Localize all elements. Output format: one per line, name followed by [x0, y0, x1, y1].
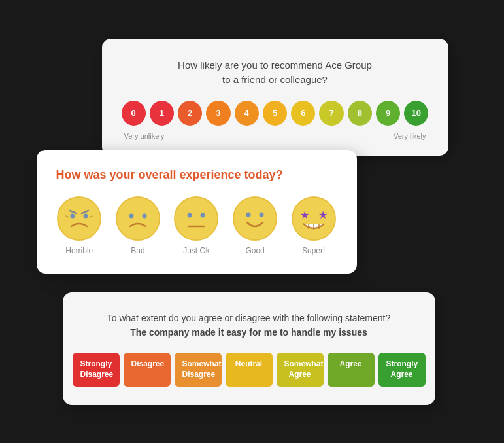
nps-title: How likely are you to recommend Ace Grou… [122, 58, 429, 88]
agree-button[interactable]: Agree [328, 353, 375, 386]
svg-point-15 [201, 213, 205, 217]
nps-bubble[interactable]: 2 [178, 101, 202, 126]
agree-buttons: StronglyDisagreeDisagreeSomewhatDisagree… [82, 353, 416, 386]
nps-bubble[interactable]: 8 [348, 101, 372, 126]
emoji-item[interactable]: Bad [114, 196, 161, 255]
nps-bubble[interactable]: 1 [150, 101, 174, 126]
emoji-label: Just Ok [183, 246, 210, 255]
nps-bubble[interactable]: 10 [404, 101, 428, 126]
svg-point-1 [58, 198, 100, 239]
emoji-label: Super! [302, 246, 325, 255]
nps-label-left: Very unlikely [124, 132, 165, 140]
emoji-card: How was your overall experience today? H… [37, 150, 357, 274]
nps-bubble[interactable]: 3 [206, 101, 230, 126]
emoji-row: Horrible Bad Just Ok Good ★ ★ Super! [56, 196, 337, 255]
nps-label-right: Very likely [394, 132, 426, 140]
agree-card: To what extent do you agree or disagree … [63, 292, 435, 405]
agree-button[interactable]: StronglyAgree [378, 353, 426, 386]
nps-bubble[interactable]: 4 [235, 101, 259, 126]
emoji-face [233, 196, 277, 241]
emoji-face: ★ ★ [292, 196, 336, 241]
nps-labels: Very unlikely Very likely [122, 132, 429, 140]
svg-point-9 [117, 198, 159, 239]
nps-bubbles: 012345678910 [122, 101, 429, 126]
emoji-face [57, 196, 101, 241]
agree-button[interactable]: SomewhatDisagree [175, 353, 222, 386]
agree-button[interactable]: SomewhatAgree [277, 353, 324, 386]
emoji-item[interactable]: Good [231, 196, 278, 255]
nps-bubble[interactable]: 0 [122, 101, 146, 126]
agree-button[interactable]: Neutral [226, 353, 273, 386]
svg-point-13 [175, 198, 217, 239]
emoji-label: Good [245, 246, 264, 255]
svg-point-18 [234, 198, 276, 239]
emoji-item[interactable]: ★ ★ Super! [290, 196, 337, 255]
svg-point-22 [293, 198, 335, 239]
emoji-label: Bad [131, 246, 144, 255]
emoji-title: How was your overall experience today? [56, 168, 337, 182]
agree-button[interactable]: Disagree [124, 353, 171, 386]
nps-bubble[interactable]: 6 [291, 101, 315, 126]
nps-bubble[interactable]: 7 [319, 101, 343, 126]
emoji-label: Horrible [65, 246, 93, 255]
emoji-face [174, 196, 218, 241]
svg-point-4 [71, 213, 75, 218]
svg-point-11 [142, 213, 146, 218]
nps-bubble[interactable]: 9 [376, 101, 400, 126]
svg-point-5 [84, 213, 88, 218]
svg-text:★: ★ [318, 209, 328, 221]
nps-card: How likely are you to recommend Ace Grou… [102, 39, 448, 156]
agree-title: To what extent do you agree or disagree … [82, 311, 416, 340]
emoji-item[interactable]: Just Ok [173, 196, 220, 255]
emoji-face [116, 196, 160, 241]
svg-point-20 [260, 212, 264, 217]
svg-point-19 [246, 212, 251, 217]
nps-bubble[interactable]: 5 [263, 101, 287, 126]
svg-point-10 [129, 213, 133, 218]
svg-point-14 [188, 213, 192, 217]
scene: How likely are you to recommend Ace Grou… [24, 19, 481, 425]
svg-text:★: ★ [300, 209, 309, 221]
agree-button[interactable]: StronglyDisagree [73, 353, 120, 386]
emoji-item[interactable]: Horrible [56, 196, 103, 255]
